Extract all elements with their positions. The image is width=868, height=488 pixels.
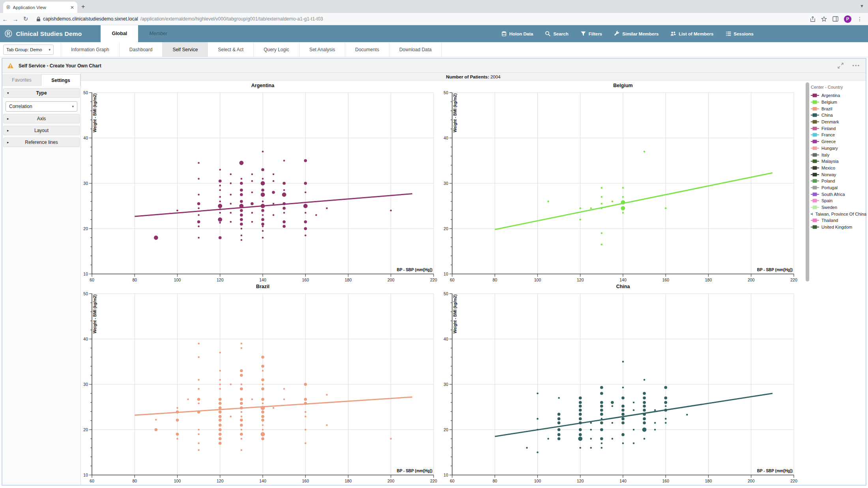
patients-count: Number of Patients: 2004 — [81, 73, 866, 81]
svg-text:220: 220 — [790, 479, 797, 483]
reload-icon[interactable]: ↻ — [21, 15, 31, 22]
legend-item-poland[interactable]: Poland — [811, 178, 866, 184]
share-icon[interactable] — [810, 16, 816, 22]
tab-select-act[interactable]: Select & Act — [208, 42, 254, 57]
legend-item-france[interactable]: France — [811, 132, 866, 138]
legend-item-italy[interactable]: Italy — [811, 151, 866, 158]
browser-profile-avatar[interactable]: P — [844, 15, 851, 23]
svg-text:80: 80 — [132, 479, 137, 483]
chart-canvas: 10203040506080100120140160180200220China… — [442, 282, 802, 484]
tab-documents[interactable]: Documents — [345, 42, 389, 57]
warning-icon — [7, 63, 14, 69]
header-tab-global[interactable]: Global — [101, 25, 138, 42]
legend-item-argentina[interactable]: Argentina — [811, 92, 866, 99]
browser-menu-icon[interactable]: ⋮ — [857, 16, 862, 22]
vertical-scrollbar[interactable] — [806, 82, 809, 281]
sidebar-tab-favorites[interactable]: Favorites — [2, 74, 41, 86]
tab-group-select[interactable]: Tab Group: Demo ▾ — [3, 45, 54, 55]
header-action-holon-data[interactable]: Holon Data — [501, 31, 533, 37]
legend-item-malaysia[interactable]: Malaysia — [811, 158, 866, 165]
more-options-icon[interactable]: ••• — [852, 63, 860, 69]
legend-label: Denmark — [821, 119, 839, 124]
section-reference-lines[interactable]: ▸Reference lines — [3, 138, 80, 147]
legend-label: Norway — [821, 172, 836, 177]
svg-text:40: 40 — [443, 136, 448, 140]
new-tab-button[interactable]: + — [81, 3, 85, 10]
lock-icon — [36, 17, 41, 22]
url-domain: capishdemos.clinicalstudiesdemo.sixnet.l… — [43, 16, 138, 22]
legend-item-sweden[interactable]: Sweden — [811, 204, 866, 211]
tab-self-service[interactable]: Self Service — [163, 42, 208, 57]
section-layout[interactable]: ▸Layout — [3, 126, 80, 135]
chart-brazil[interactable]: 10203040506080100120140160180200220Brazi… — [82, 282, 442, 484]
tab-download-data[interactable]: Download Data — [389, 42, 442, 57]
chart-canvas: 10203040506080100120140160180200220Brazi… — [82, 282, 442, 484]
legend-swatch — [811, 132, 819, 137]
legend-item-hungary[interactable]: Hungary — [811, 145, 866, 152]
header-action-filters[interactable]: Filters — [580, 31, 602, 37]
back-icon[interactable]: ← — [0, 16, 10, 22]
legend-swatch — [811, 119, 819, 124]
header-tab-member[interactable]: Member — [138, 25, 178, 42]
legend-label: Argentina — [821, 93, 840, 98]
legend-item-spain[interactable]: Spain — [811, 197, 866, 204]
forward-icon[interactable]: → — [10, 16, 21, 22]
legend-item-denmark[interactable]: Denmark — [811, 119, 866, 125]
chart-canvas: 10203040506080100120140160180200220Belgi… — [442, 81, 802, 283]
close-tab-icon[interactable]: ✕ — [70, 5, 74, 10]
section-axis[interactable]: ▸Axis — [3, 114, 80, 123]
tab-dashboard[interactable]: Dashboard — [120, 42, 163, 57]
browser-tab-strip: ® Application View ✕ + ▼ — [0, 0, 868, 13]
tab-information-graph[interactable]: Information Graph — [61, 42, 120, 57]
tab-query-logic[interactable]: Query Logic — [254, 42, 299, 57]
svg-text:Weight - BMI (kg/m2): Weight - BMI (kg/m2) — [93, 93, 97, 132]
section-type[interactable]: ▾ Type — [3, 88, 80, 98]
triangle-down-icon: ▾ — [7, 91, 9, 95]
header-tabs: GlobalMember — [101, 25, 178, 42]
legend-item-norway[interactable]: Norway — [811, 171, 866, 178]
legend-item-south-africa[interactable]: South Africa — [811, 191, 866, 197]
sidebar-tab-settings[interactable]: Settings — [41, 74, 80, 86]
filter-icon — [580, 31, 586, 37]
chart-argentina[interactable]: 10203040506080100120140160180200220Argen… — [82, 81, 442, 283]
browser-tab[interactable]: ® Application View ✕ — [3, 2, 77, 13]
side-panel-icon[interactable] — [832, 16, 838, 22]
legend-item-portugal[interactable]: Portugal — [811, 184, 866, 191]
svg-text:50: 50 — [443, 90, 448, 95]
legend-item-thailand[interactable]: Thailand — [811, 217, 866, 224]
header-action-similar-members[interactable]: Similar Members — [614, 31, 658, 37]
svg-text:BP - SBP (mm[Hg]): BP - SBP (mm[Hg]) — [757, 268, 793, 272]
svg-text:50: 50 — [83, 90, 88, 95]
svg-text:Weight - BMI (kg/m2): Weight - BMI (kg/m2) — [453, 294, 457, 333]
header-action-list-of-members[interactable]: List of Members — [670, 31, 713, 37]
tab-search-chevron-icon[interactable]: ▼ — [860, 4, 864, 8]
chart-china[interactable]: 10203040506080100120140160180200220China… — [442, 282, 802, 484]
svg-text:BP - SBP (mm[Hg]): BP - SBP (mm[Hg]) — [397, 268, 432, 272]
svg-text:BP - SBP (mm[Hg]): BP - SBP (mm[Hg]) — [757, 469, 793, 473]
bookmark-star-icon[interactable] — [821, 16, 827, 22]
svg-text:40: 40 — [83, 136, 88, 140]
legend-item-finland[interactable]: Finland — [811, 125, 866, 132]
chart-type-select[interactable]: Correlation ▾ — [6, 101, 77, 112]
members-icon — [670, 31, 676, 37]
chart-belgium[interactable]: 10203040506080100120140160180200220Belgi… — [442, 81, 802, 283]
legend-swatch — [811, 126, 819, 131]
legend-swatch — [811, 205, 819, 210]
legend-item-belgium[interactable]: Belgium — [811, 99, 866, 106]
address-bar[interactable]: capishdemos.clinicalstudiesdemo.sixnet.l… — [36, 16, 810, 22]
legend-item-taiwan-province-of-china[interactable]: Taiwan, Province Of China — [811, 210, 866, 217]
legend-item-brazil[interactable]: Brazil — [811, 105, 866, 112]
legend-item-united-kingdom[interactable]: United Kingdom — [811, 224, 866, 231]
view-tabs: Information GraphDashboardSelf ServiceSe… — [61, 42, 442, 57]
legend-item-greece[interactable]: Greece — [811, 138, 866, 145]
tab-set-analysis[interactable]: Set Analysis — [299, 42, 345, 57]
header-action-sessions[interactable]: Sessions — [726, 31, 754, 37]
expand-icon[interactable] — [838, 63, 844, 69]
header-action-search[interactable]: Search — [545, 31, 568, 37]
wrench-icon — [614, 31, 620, 37]
legend-item-mexico[interactable]: Mexico — [811, 165, 866, 171]
section-type-label: Type — [4, 90, 79, 96]
legend-label: Poland — [821, 179, 835, 183]
svg-text:200: 200 — [748, 479, 755, 483]
legend-item-china[interactable]: China — [811, 112, 866, 119]
